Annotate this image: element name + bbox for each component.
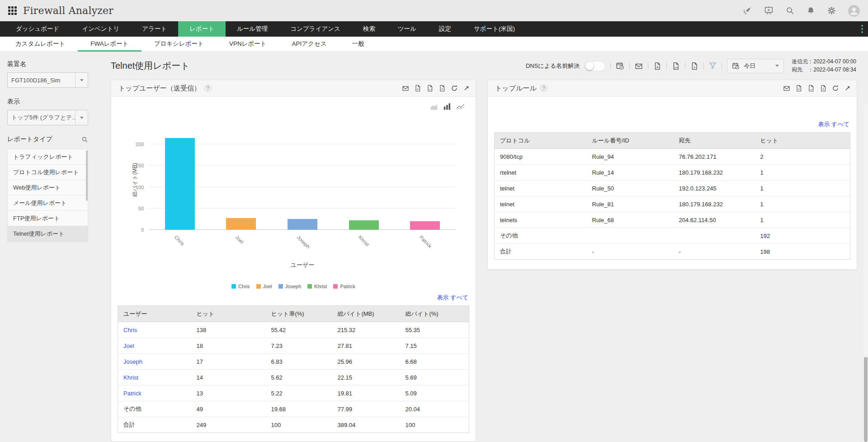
nav-item-support-us[interactable]: サポート(米国) bbox=[462, 21, 526, 37]
rocket-icon[interactable] bbox=[743, 6, 752, 15]
pdf-export-icon[interactable] bbox=[653, 62, 661, 70]
excel-export-icon[interactable] bbox=[439, 85, 446, 92]
overflow-menu-icon[interactable] bbox=[856, 21, 868, 37]
pdf-export-icon[interactable] bbox=[414, 85, 421, 92]
nav-item-tools[interactable]: ツール bbox=[387, 21, 428, 37]
bar-slot: Joel bbox=[211, 132, 272, 230]
tab-api-access[interactable]: APIアクセス bbox=[279, 37, 340, 52]
app-title: Firewall Analyzer bbox=[23, 5, 113, 16]
y-tick-label: 0 bbox=[141, 227, 144, 233]
refresh-icon[interactable] bbox=[451, 85, 458, 92]
help-icon[interactable]: ? bbox=[204, 85, 212, 92]
scrollbar-thumb[interactable] bbox=[864, 357, 868, 442]
notifications-bell-icon[interactable] bbox=[807, 6, 815, 15]
x-tick-label: Joel bbox=[235, 234, 245, 245]
nav-item-compliance[interactable]: コンプライアンス bbox=[279, 21, 352, 37]
report-date-range: 送信元：2022-04-07 00:00 宛先 ：2022-04-07 08:3… bbox=[792, 58, 856, 74]
excel-export-icon[interactable] bbox=[690, 62, 698, 70]
nav-item-dashboard[interactable]: ダッシュボード bbox=[5, 21, 71, 37]
sidebar-item-web-report[interactable]: Web使用レポート bbox=[8, 180, 88, 195]
nav-item-search[interactable]: 検索 bbox=[352, 21, 387, 37]
pdf-export-icon[interactable] bbox=[795, 85, 802, 92]
sidebar-item-traffic-report[interactable]: トラフィックレポート bbox=[8, 149, 88, 165]
period-select[interactable]: 今日 bbox=[727, 59, 784, 73]
email-icon[interactable] bbox=[783, 85, 790, 92]
line-chart-icon[interactable] bbox=[456, 102, 465, 111]
filter-funnel-icon[interactable] bbox=[709, 62, 717, 70]
table-link[interactable]: Chris bbox=[123, 327, 137, 333]
nav-item-inventory[interactable]: インベントリ bbox=[71, 21, 131, 37]
vertical-scrollbar[interactable] bbox=[863, 104, 868, 442]
csv-export-icon[interactable] bbox=[672, 62, 680, 70]
sidebar: 装置名 FGT100D186_Sim 表示 トップ5件 (グラフとテ... レポ… bbox=[0, 52, 95, 442]
list-scrollbar[interactable] bbox=[86, 150, 88, 201]
table-row: telnetsRule_68204.62.114.501 bbox=[495, 212, 850, 228]
view-select[interactable]: トップ5件 (グラフとテ... bbox=[7, 110, 88, 125]
x-tick-label: Patrick bbox=[419, 234, 433, 249]
expand-icon[interactable] bbox=[463, 85, 470, 92]
search-icon[interactable] bbox=[786, 6, 794, 15]
refresh-icon[interactable] bbox=[832, 85, 839, 92]
tab-proxy-report[interactable]: プロキシレポート bbox=[142, 37, 217, 52]
bar-khrist[interactable] bbox=[349, 220, 379, 230]
table-link[interactable]: Joel bbox=[123, 342, 134, 349]
sidebar-item-telnet-report[interactable]: Telnet使用レポート bbox=[8, 226, 88, 242]
csv-export-icon[interactable] bbox=[807, 85, 815, 92]
nav-item-rule-mgmt[interactable]: ルール管理 bbox=[226, 21, 279, 37]
legend-item-joseph[interactable]: Joseph bbox=[278, 284, 301, 289]
tab-custom-report[interactable]: カスタムレポート bbox=[3, 37, 78, 52]
app-grid-icon[interactable] bbox=[8, 6, 17, 15]
nav-item-settings[interactable]: 設定 bbox=[428, 21, 462, 37]
dns-resolve-toggle[interactable] bbox=[585, 61, 605, 71]
help-icon[interactable]: ? bbox=[540, 85, 547, 92]
table-link[interactable]: Joseph bbox=[123, 358, 142, 365]
sidebar-item-mail-report[interactable]: メール使用レポート bbox=[8, 195, 88, 211]
sidebar-item-protocol-report[interactable]: プロトコル使用レポート bbox=[8, 165, 88, 180]
user-avatar[interactable] bbox=[848, 5, 860, 17]
table-link[interactable]: Patrick bbox=[123, 390, 142, 397]
settings-gear-icon[interactable] bbox=[827, 6, 836, 15]
top-rules-show-all-link[interactable]: 表示 すべて bbox=[818, 121, 849, 128]
nav-item-alerts[interactable]: アラート bbox=[131, 21, 178, 37]
bar-joseph[interactable] bbox=[288, 219, 317, 230]
sub-nav: カスタムレポートFWAレポートプロキシレポートVPNレポートAPIアクセス一般 bbox=[0, 37, 868, 52]
tab-fwa-report[interactable]: FWAレポート bbox=[78, 37, 141, 52]
column-header: ヒット bbox=[191, 306, 266, 322]
sidebar-item-ftp-report[interactable]: FTP使用レポート bbox=[8, 211, 88, 226]
expand-icon[interactable] bbox=[844, 85, 851, 92]
legend-item-patrick[interactable]: Patrick bbox=[333, 284, 355, 289]
table-row: rtelnetRule_14180.179.168.2321 bbox=[495, 165, 850, 181]
column-header: ヒット bbox=[755, 133, 850, 149]
legend-swatch bbox=[231, 284, 236, 289]
nav-item-reports[interactable]: レポート bbox=[178, 21, 226, 37]
table-link[interactable]: Khrist bbox=[123, 374, 138, 381]
bar-patrick[interactable] bbox=[410, 221, 440, 230]
bar-chris[interactable] bbox=[165, 138, 195, 230]
legend-item-khrist[interactable]: Khrist bbox=[307, 284, 327, 289]
chevron-down-icon bbox=[75, 73, 88, 87]
tab-vpn-report[interactable]: VPNレポート bbox=[217, 37, 279, 52]
top-users-show-all-link[interactable]: 表示 すべて bbox=[437, 294, 468, 301]
excel-export-icon[interactable] bbox=[820, 85, 827, 92]
top-rules-panel: トップルール ? 表示 すべて プロトコルルール番号/ID宛先ヒット9080/t… bbox=[487, 80, 857, 270]
view-label: 表示 bbox=[7, 98, 88, 106]
device-select[interactable]: FGT100D186_Sim bbox=[7, 72, 88, 88]
top-users-chart: 総バイト(MB) 050100150200 ChrisJoelJosephKhr… bbox=[124, 118, 463, 281]
table-row: 合計249100389.04100 bbox=[118, 417, 469, 433]
legend-item-chris[interactable]: Chris bbox=[231, 284, 250, 289]
email-icon[interactable] bbox=[635, 62, 643, 70]
email-icon[interactable] bbox=[402, 85, 409, 92]
schedule-calendar-icon[interactable] bbox=[616, 62, 624, 70]
legend-swatch bbox=[278, 284, 283, 289]
area-chart-icon[interactable] bbox=[430, 102, 439, 111]
tab-general[interactable]: 一般 bbox=[340, 37, 377, 52]
bar-joel[interactable] bbox=[226, 218, 256, 230]
bar-chart-icon[interactable] bbox=[443, 102, 452, 111]
csv-export-icon[interactable] bbox=[426, 85, 434, 92]
presentation-icon[interactable] bbox=[764, 6, 774, 15]
table-row: Patrick135.2219.815.09 bbox=[118, 385, 469, 401]
report-type-label: レポートタイプ bbox=[7, 135, 81, 143]
legend-item-joel[interactable]: Joel bbox=[256, 284, 272, 289]
chart-yaxis: 050100150200 bbox=[128, 132, 147, 230]
report-type-search-icon[interactable] bbox=[81, 136, 88, 143]
